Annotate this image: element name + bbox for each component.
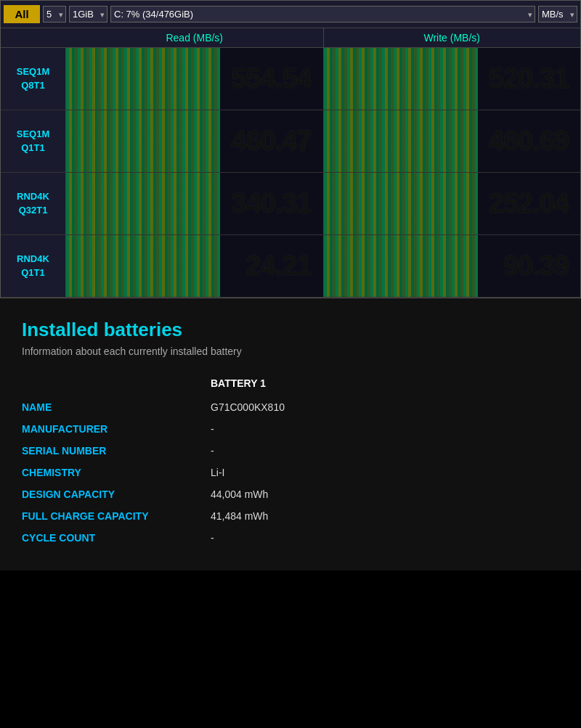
- battery-row: MANUFACTURER -: [22, 418, 559, 440]
- battery-field-value-3: Li-I: [211, 462, 559, 483]
- battery-field-label-2: SERIAL NUMBER: [22, 440, 211, 462]
- cdm-data-row: RND4K Q32T1 340.31 252.04: [1, 173, 580, 235]
- battery-field-label-1: MANUFACTURER: [22, 418, 211, 440]
- drive-select-wrapper: C: 7% (34/476GiB): [110, 6, 535, 23]
- row-label-line2-0: Q8T1: [21, 79, 45, 92]
- write-value-1: 460.69: [489, 126, 569, 157]
- battery-field-label-3: CHEMISTRY: [22, 462, 211, 483]
- battery-row: CHEMISTRY Li-I: [22, 462, 559, 483]
- row-label-line2-1: Q1T1: [21, 142, 45, 155]
- battery-field-value-1: -: [211, 418, 559, 440]
- read-value-3: 24.21: [245, 250, 311, 282]
- cdm-data-row: SEQ1M Q1T1 460.47 460.69: [1, 110, 580, 173]
- battery-field-label-5: FULL CHARGE CAPACITY: [22, 505, 211, 527]
- size-select-wrapper: 1GiB: [69, 6, 107, 23]
- write-value-0: 520.31: [489, 63, 569, 94]
- battery-field-value-2: -: [211, 440, 559, 462]
- battery1-header: BATTERY 1: [211, 377, 559, 396]
- row-label-line2-3: Q1T1: [21, 266, 45, 279]
- battery-row: SERIAL NUMBER -: [22, 440, 559, 462]
- write-header: Write (MB/s): [324, 28, 581, 47]
- battery-field-value-5: 41,484 mWh: [211, 505, 559, 527]
- battery-row: NAME G71C000KX810: [22, 396, 559, 418]
- battery-field-label-0: NAME: [22, 396, 211, 418]
- row-label-0: SEQ1M Q8T1: [1, 48, 66, 110]
- cdm-rows-container: SEQ1M Q8T1 554.54 520.31 SEQ1M Q1T1 460.…: [1, 48, 580, 298]
- write-value-2: 252.04: [489, 188, 569, 219]
- write-cell-2: 252.04: [324, 173, 581, 234]
- unit-select[interactable]: MB/s: [538, 6, 577, 23]
- battery-subtitle: Information about each currently install…: [22, 345, 559, 357]
- row-label-2: RND4K Q32T1: [1, 173, 66, 234]
- read-cell-1: 460.47: [66, 110, 323, 172]
- cdm-col-headers: Read (MB/s) Write (MB/s): [1, 28, 580, 48]
- battery-row: DESIGN CAPACITY 44,004 mWh: [22, 483, 559, 505]
- count-select[interactable]: 5: [43, 6, 66, 23]
- read-cell-2: 340.31: [66, 173, 323, 234]
- battery-field-label-6: CYCLE COUNT: [22, 527, 211, 549]
- read-value-2: 340.31: [231, 188, 311, 219]
- battery-col-label-header: [22, 377, 211, 396]
- cdm-data-row: RND4K Q1T1 24.21 90.39: [1, 235, 580, 298]
- battery-section: Installed batteries Information about ea…: [0, 298, 581, 570]
- read-cell-3: 24.21: [66, 235, 323, 297]
- battery-row: FULL CHARGE CAPACITY 41,484 mWh: [22, 505, 559, 527]
- size-select[interactable]: 1GiB: [69, 6, 107, 23]
- cdm-row-label-spacer: [1, 28, 66, 47]
- read-header: Read (MB/s): [66, 28, 323, 47]
- write-cell-3: 90.39: [324, 235, 581, 297]
- read-value-1: 460.47: [231, 126, 311, 157]
- row-label-line1-3: RND4K: [17, 253, 49, 266]
- battery-field-value-6: -: [211, 527, 559, 549]
- read-value-0: 554.54: [231, 63, 311, 94]
- battery-tbody: NAME G71C000KX810 MANUFACTURER - SERIAL …: [22, 396, 559, 549]
- drive-select[interactable]: C: 7% (34/476GiB): [110, 6, 535, 23]
- count-select-wrapper: 5: [43, 6, 66, 23]
- read-cell-0: 554.54: [66, 48, 323, 110]
- battery-field-label-4: DESIGN CAPACITY: [22, 483, 211, 505]
- row-label-line1-2: RND4K: [17, 190, 49, 203]
- unit-select-wrapper: MB/s: [538, 6, 577, 23]
- battery-field-value-0: G71C000KX810: [211, 396, 559, 418]
- write-value-3: 90.39: [503, 250, 569, 282]
- battery-table: BATTERY 1 NAME G71C000KX810 MANUFACTURER…: [22, 377, 559, 549]
- row-label-line1-1: SEQ1M: [17, 128, 50, 141]
- cdm-header: All 5 1GiB C: 7% (34/476GiB) MB/s: [1, 1, 580, 28]
- write-cell-0: 520.31: [324, 48, 581, 110]
- row-label-line1-0: SEQ1M: [17, 65, 50, 78]
- row-label-3: RND4K Q1T1: [1, 235, 66, 297]
- write-cell-1: 460.69: [324, 110, 581, 172]
- battery-title: Installed batteries: [22, 319, 559, 341]
- cdm-data-row: SEQ1M Q8T1 554.54 520.31: [1, 48, 580, 110]
- all-button[interactable]: All: [4, 5, 40, 23]
- battery-row: CYCLE COUNT -: [22, 527, 559, 549]
- row-label-1: SEQ1M Q1T1: [1, 110, 66, 172]
- row-label-line2-2: Q32T1: [19, 204, 48, 217]
- cdm-section: All 5 1GiB C: 7% (34/476GiB) MB/s Read (…: [0, 0, 581, 298]
- battery-field-value-4: 44,004 mWh: [211, 483, 559, 505]
